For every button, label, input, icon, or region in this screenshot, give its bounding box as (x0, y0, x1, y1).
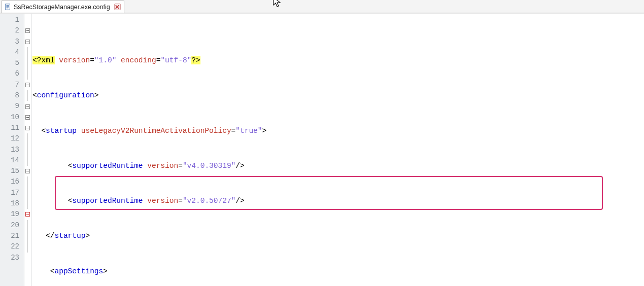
line-number: 17 (0, 188, 24, 198)
tab-bar: SsRecStorageManager.exe.config ✕ (0, 0, 644, 13)
line-number: 16 (0, 176, 24, 187)
file-tab[interactable]: SsRecStorageManager.exe.config ✕ (1, 1, 124, 13)
line-number: 7 (0, 80, 24, 90)
code-line: <configuration> (31, 90, 644, 101)
fold-toggle[interactable] (25, 40, 30, 44)
line-number: 20 (0, 220, 24, 231)
line-number: 5 (0, 58, 24, 68)
line-number: 23 (0, 253, 24, 263)
line-number: 22 (0, 241, 24, 252)
line-number: 15 (0, 166, 24, 176)
code-line: <supportedRuntime version="v2.0.50727"/> (31, 196, 644, 206)
line-number: 11 (0, 123, 24, 133)
line-number: 14 (0, 155, 24, 166)
code-line: </startup> (31, 231, 644, 241)
code-line: <?xml version="1.0" encoding="utf-8"?> (31, 55, 644, 66)
close-icon[interactable]: ✕ (114, 4, 121, 10)
line-number: 6 (0, 68, 24, 79)
fold-toggle[interactable] (25, 212, 30, 217)
fold-toggle[interactable] (25, 169, 30, 173)
line-number: 3 (0, 37, 24, 47)
code-line: <supportedRuntime version="v4.0.30319"/> (31, 161, 644, 171)
line-number: 10 (0, 112, 24, 123)
line-number: 18 (0, 198, 24, 209)
fold-toggle[interactable] (25, 104, 30, 109)
line-number: 1 (0, 15, 24, 25)
line-number: 4 (0, 47, 24, 58)
line-number: 2 (0, 25, 24, 36)
code-editor[interactable]: 1 2 3 4 5 6 7 8 9 10 11 12 13 14 15 16 1… (0, 13, 644, 286)
line-number: 19 (0, 209, 24, 220)
line-number: 21 (0, 231, 24, 241)
file-icon (5, 4, 12, 11)
line-number: 8 (0, 90, 24, 101)
code-content[interactable]: <?xml version="1.0" encoding="utf-8"?> <… (31, 14, 644, 286)
line-number: 9 (0, 101, 24, 112)
tab-filename: SsRecStorageManager.exe.config (14, 4, 110, 11)
fold-toggle[interactable] (25, 83, 30, 87)
fold-toggle[interactable] (25, 126, 30, 130)
line-number-gutter: 1 2 3 4 5 6 7 8 9 10 11 12 13 14 15 16 1… (0, 14, 24, 286)
line-number: 13 (0, 145, 24, 155)
code-line: <startup useLegacyV2RuntimeActivationPol… (31, 126, 644, 136)
fold-toggle[interactable] (25, 115, 30, 120)
line-number: 12 (0, 133, 24, 144)
fold-gutter (24, 14, 31, 286)
code-line: <appSettings> (31, 266, 644, 277)
fold-toggle[interactable] (25, 28, 30, 33)
